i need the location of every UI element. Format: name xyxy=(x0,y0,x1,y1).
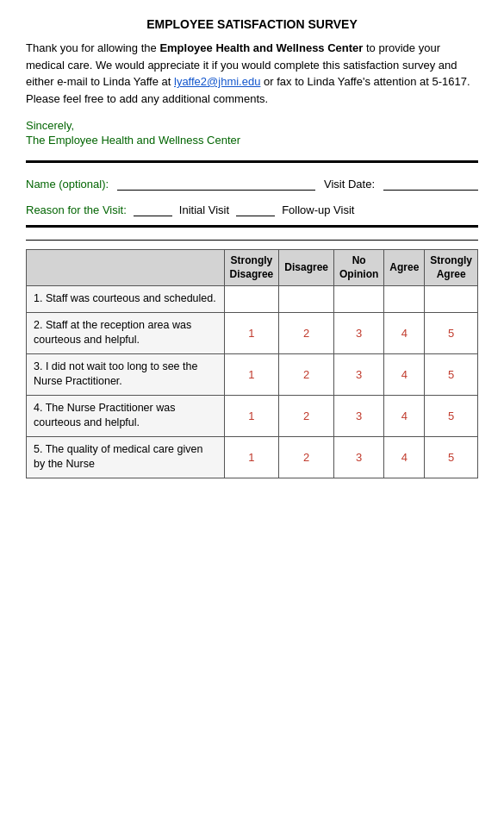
followup-visit-blank[interactable] xyxy=(236,203,275,216)
visit-date-field[interactable] xyxy=(383,175,478,191)
reason-row: Reason for the Visit: Initial Visit Foll… xyxy=(26,203,478,216)
divider-middle-top xyxy=(26,225,478,228)
answer-cell-r1-c3: 4 xyxy=(384,312,425,353)
answer-cell-r4-c4: 5 xyxy=(425,436,478,478)
answer-cell-r4-c0: 1 xyxy=(224,436,279,478)
answer-cell-r0-c4 xyxy=(425,286,478,313)
answer-cell-r3-c3: 4 xyxy=(384,395,425,436)
answer-cell-r2-c4: 5 xyxy=(425,353,478,395)
question-cell-2: 3. I did not wait too long to see the Nu… xyxy=(27,353,225,395)
reason-label: Reason for the Visit: xyxy=(26,203,127,216)
answer-cell-r1-c1: 2 xyxy=(279,312,334,353)
org-name: The Employee Health and Wellness Center xyxy=(26,134,478,147)
question-cell-4: 5. The quality of medical care given by … xyxy=(27,436,225,478)
sincerely-text: Sincerely, xyxy=(26,119,478,132)
answer-cell-r1-c2: 3 xyxy=(333,312,383,353)
answer-cell-r2-c1: 2 xyxy=(279,353,334,395)
initial-visit-blank[interactable] xyxy=(134,203,172,216)
email-link[interactable]: lyaffe2@jhmi.edu xyxy=(174,75,260,88)
table-row: 3. I did not wait too long to see the Nu… xyxy=(27,353,478,395)
col-header-no-opinion: NoOpinion xyxy=(333,250,383,286)
divider-middle-bottom xyxy=(26,240,478,241)
answer-cell-r1-c4: 5 xyxy=(425,312,478,353)
question-cell-1: 2. Staff at the reception area was court… xyxy=(27,312,225,353)
col-header-strongly-agree: StronglyAgree xyxy=(425,250,478,286)
answer-cell-r4-c2: 3 xyxy=(333,436,383,478)
table-row: 5. The quality of medical care given by … xyxy=(27,436,478,478)
divider-top xyxy=(26,160,478,163)
answer-cell-r2-c3: 4 xyxy=(384,353,425,395)
question-cell-3: 4. The Nurse Practitioner was courteous … xyxy=(27,395,225,436)
table-row: 4. The Nurse Practitioner was courteous … xyxy=(27,395,478,436)
col-header-agree: Agree xyxy=(384,250,425,286)
answer-cell-r3-c1: 2 xyxy=(279,395,334,436)
answer-cell-r1-c0: 1 xyxy=(224,312,279,353)
answer-cell-r4-c3: 4 xyxy=(384,436,425,478)
followup-visit-label: Follow-up Visit xyxy=(282,203,354,216)
name-field[interactable] xyxy=(117,175,315,191)
page-title: EMPLOYEE SATISFACTION SURVEY xyxy=(26,17,478,31)
answer-cell-r0-c2 xyxy=(333,286,383,313)
initial-visit-label: Initial Visit xyxy=(179,203,229,216)
answer-cell-r3-c4: 5 xyxy=(425,395,478,436)
answer-cell-r0-c1 xyxy=(279,286,334,313)
table-row: 1. Staff was courteous and scheduled. xyxy=(27,286,478,313)
col-header-disagree: Disagree xyxy=(279,250,334,286)
survey-table: StronglyDisagree Disagree NoOpinion Agre… xyxy=(26,249,478,478)
table-header-row: StronglyDisagree Disagree NoOpinion Agre… xyxy=(27,250,478,286)
answer-cell-r4-c1: 2 xyxy=(279,436,334,478)
name-row: Name (optional): Visit Date: xyxy=(26,175,478,191)
table-row: 2. Staff at the reception area was court… xyxy=(27,312,478,353)
answer-cell-r2-c0: 1 xyxy=(224,353,279,395)
answer-cell-r3-c2: 3 xyxy=(333,395,383,436)
name-label: Name (optional): xyxy=(26,178,109,191)
answer-cell-r0-c0 xyxy=(224,286,279,313)
intro-paragraph: Thank you for allowing the Employee Heal… xyxy=(26,40,478,107)
question-cell-0: 1. Staff was courteous and scheduled. xyxy=(27,286,225,313)
col-header-question xyxy=(27,250,225,286)
answer-cell-r0-c3 xyxy=(384,286,425,313)
visit-date-label: Visit Date: xyxy=(324,178,375,191)
answer-cell-r2-c2: 3 xyxy=(333,353,383,395)
col-header-strongly-disagree: StronglyDisagree xyxy=(224,250,279,286)
answer-cell-r3-c0: 1 xyxy=(224,395,279,436)
